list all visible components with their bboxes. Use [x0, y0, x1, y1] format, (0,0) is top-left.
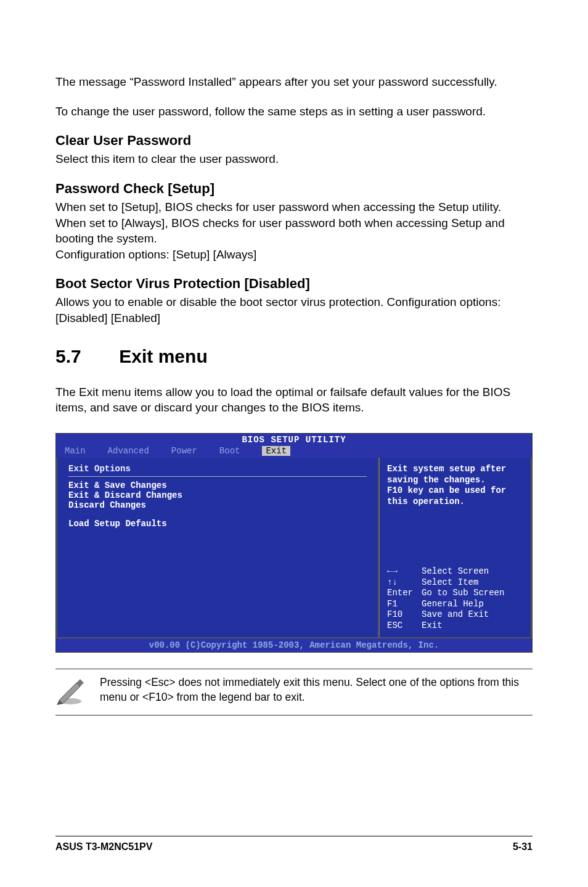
paragraph-password-installed: The message “Password Installed” appears… — [55, 74, 533, 90]
bios-tab-main: Main — [65, 446, 86, 456]
bios-item-exit-discard: Exit & Discard Changes — [68, 490, 367, 500]
bios-key-ud: ↑↓ — [387, 577, 422, 588]
paragraph-change-password: To change the user password, follow the … — [55, 104, 533, 120]
bios-screenshot: BIOS SETUP UTILITY Main Advanced Power B… — [55, 433, 533, 653]
bios-key-lr: ←→ — [387, 566, 422, 577]
bios-item-load-defaults: Load Setup Defaults — [68, 519, 367, 529]
bios-left-panel: Exit Options Exit & Save Changes Exit & … — [56, 458, 379, 638]
bios-tab-bar: Main Advanced Power Boot Exit — [56, 446, 532, 458]
note-text: Pressing <Esc> does not immediately exit… — [100, 675, 533, 704]
page-footer: ASUS T3-M2NC51PV 5-31 — [55, 836, 533, 852]
desc-clear-user-password: Select this item to clear the user passw… — [55, 151, 533, 167]
bios-tab-exit: Exit — [262, 446, 290, 456]
chapter-number: 5.7 — [55, 346, 114, 367]
bios-key-enter: Enter — [387, 588, 422, 599]
bios-exit-options-header: Exit Options — [68, 464, 367, 474]
bios-tab-advanced: Advanced — [108, 446, 149, 456]
bios-copyright-footer: v00.00 (C)Copyright 1985-2003, American … — [56, 638, 532, 652]
bios-key-esc-desc: Exit — [422, 621, 443, 632]
bios-tab-power: Power — [171, 446, 197, 456]
chapter-title-text: Exit menu — [119, 346, 207, 366]
bios-key-esc: ESC — [387, 621, 422, 632]
heading-clear-user-password: Clear User Password — [55, 133, 533, 149]
bios-help-text: Exit system setup after saving the chang… — [387, 464, 523, 507]
bios-tab-boot: Boot — [219, 446, 240, 456]
spacer — [68, 510, 367, 519]
bios-divider — [68, 476, 367, 477]
bios-key-legend: ←→Select Screen ↑↓Select Item EnterGo to… — [387, 566, 523, 631]
heading-boot-sector-virus: Boot Sector Virus Protection [Disabled] — [55, 276, 533, 292]
bios-key-lr-desc: Select Screen — [422, 566, 489, 577]
desc-password-check: When set to [Setup], BIOS checks for use… — [55, 199, 533, 263]
bios-item-exit-save: Exit & Save Changes — [68, 481, 367, 490]
bios-key-ud-desc: Select Item — [422, 577, 478, 588]
bios-item-discard: Discard Changes — [68, 500, 367, 510]
pencil-note-icon — [55, 675, 86, 708]
bios-right-panel: Exit system setup after saving the chang… — [379, 458, 532, 638]
footer-product: ASUS T3-M2NC51PV — [55, 841, 152, 852]
bios-key-f1: F1 — [387, 599, 422, 610]
bios-title: BIOS SETUP UTILITY — [56, 434, 532, 446]
heading-password-check: Password Check [Setup] — [55, 181, 533, 197]
note-block: Pressing <Esc> does not immediately exit… — [55, 669, 533, 716]
footer-page-number: 5-31 — [513, 841, 533, 852]
bios-key-f10: F10 — [387, 609, 422, 621]
chapter-intro: The Exit menu items allow you to load th… — [55, 384, 533, 416]
bios-key-f10-desc: Save and Exit — [422, 609, 489, 621]
bios-key-enter-desc: Go to Sub Screen — [422, 588, 504, 599]
bios-key-f1-desc: General Help — [422, 599, 484, 610]
desc-boot-sector-virus: Allows you to enable or disable the boot… — [55, 294, 533, 326]
chapter-heading: 5.7 Exit menu — [55, 346, 533, 367]
